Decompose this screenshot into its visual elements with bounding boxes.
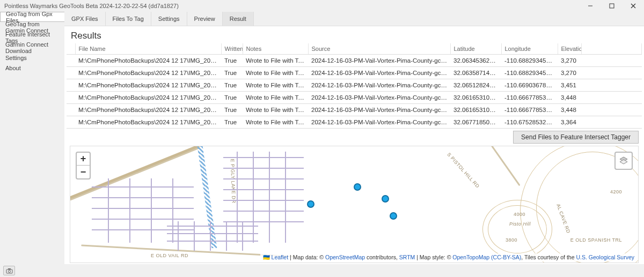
cell-source: 2024-12-16-03-PM-Vail-Vortex-Pima-County… (308, 55, 450, 67)
layers-icon (619, 156, 628, 166)
cell-written: True (221, 55, 243, 67)
svg-rect-8 (8, 268, 11, 269)
row-selector-header[interactable] (67, 43, 75, 55)
cell-longitude: -110.6752853281796 (501, 116, 558, 129)
cell-latitude: 32.065128246322274 (450, 79, 501, 92)
cell-source: 2024-12-16-03-PM-Vail-Vortex-Pima-County… (308, 92, 450, 104)
col-header-written[interactable]: Written (221, 43, 243, 55)
cell-source: 2024-12-16-03-PM-Vail-Vortex-Pima-County… (308, 116, 450, 129)
map-marker[interactable] (307, 200, 314, 208)
table-row[interactable]: M:\CmPhonePhotoBackups\2024 12 17\IMG_20… (67, 104, 642, 116)
screenshot-button[interactable] (3, 266, 15, 275)
srtm-link[interactable]: SRTM (399, 254, 415, 260)
results-heading: Results (64, 26, 644, 43)
title-bar: Pointless Waymarks GeoTools Beta 2024-12… (0, 0, 644, 12)
tab-gpx-files[interactable]: GPX Files (64, 12, 106, 26)
col-header-notes[interactable]: Notes (243, 43, 308, 55)
cell-latitude: 32.063587149605155 (450, 67, 501, 79)
zoom-out-button[interactable]: − (77, 166, 90, 178)
cell-notes: Wrote to File with TagSharp (243, 116, 308, 129)
table-row[interactable]: M:\CmPhonePhotoBackups\2024 12 17\IMG_20… (67, 92, 642, 104)
usgs-link[interactable]: U.S. Geological Survey (576, 254, 634, 260)
cell-written: True (221, 92, 243, 104)
cell-latitude: 32.061653109267354 (450, 104, 501, 116)
camera-icon (6, 268, 13, 274)
svg-point-7 (8, 270, 10, 272)
cell-filename: M:\CmPhonePhotoBackups\2024 12 17\IMG_20… (75, 79, 221, 92)
sidebar-item-about[interactable]: About (0, 63, 64, 73)
map-background: Pisto Hill 4000 3800 4200 AL CAVE RD E O… (70, 146, 638, 263)
zoom-in-button[interactable]: + (77, 153, 90, 166)
map-label-elev-4000: 4000 (514, 212, 525, 217)
col-header-latitude[interactable]: Latitude (450, 43, 501, 55)
leaflet-link[interactable]: Leaflet (272, 254, 289, 260)
cell-elevation: 3,270 (558, 55, 581, 67)
cell-written: True (221, 67, 243, 79)
row-selector[interactable] (67, 67, 75, 79)
cell-longitude: -110.6667785346508 (501, 92, 558, 104)
row-selector[interactable] (67, 104, 75, 116)
map-label-old-vail: E OLD VAIL RD (151, 253, 188, 258)
col-header-elevation[interactable]: Elevation (558, 43, 581, 55)
cell-elevation: 3,364 (558, 116, 581, 129)
map-label-pistol-hill: S PISTOL HILL RD (446, 152, 480, 189)
cell-elevation: 3,451 (558, 79, 581, 92)
tab-files-to-tag[interactable]: Files To Tag (106, 12, 151, 26)
table-header-row: File Name Written Notes Source Latitude … (67, 43, 642, 55)
otm-link[interactable]: OpenTopoMap (452, 254, 489, 260)
map-attribution: 🇺🇦 Leaflet | Map data: © OpenStreetMap c… (260, 253, 637, 261)
cell-latitude: 32.067718505859375 (450, 116, 501, 129)
status-bar (0, 264, 644, 277)
cell-notes: Wrote to File with TagSharp (243, 79, 308, 92)
layers-button[interactable] (614, 152, 633, 170)
col-header-filename[interactable]: File Name (75, 43, 221, 55)
col-header-source[interactable]: Source (308, 43, 450, 55)
zoom-control: + − (76, 152, 91, 179)
cell-longitude: -110.6667785346508 (501, 104, 558, 116)
table-row[interactable]: M:\CmPhonePhotoBackups\2024 12 17\IMG_20… (67, 67, 642, 79)
map-marker[interactable] (390, 212, 397, 220)
row-selector[interactable] (67, 116, 75, 129)
row-selector[interactable] (67, 55, 75, 67)
map-marker[interactable] (354, 183, 361, 191)
cc-link[interactable]: (CC-BY-SA) (489, 254, 521, 260)
col-header-longitude[interactable]: Longitude (501, 43, 558, 55)
cell-source: 2024-12-16-03-PM-Vail-Vortex-Pima-County… (308, 67, 450, 79)
cell-filename: M:\CmPhonePhotoBackups\2024 12 17\IMG_20… (75, 67, 221, 79)
results-table: File Name Written Notes Source Latitude … (64, 43, 644, 129)
map-label-elev-4200: 4200 (610, 189, 622, 194)
cell-source: 2024-12-16-03-PM-Vail-Vortex-Pima-County… (308, 104, 450, 116)
cell-filename: M:\CmPhonePhotoBackups\2024 12 17\IMG_20… (75, 55, 221, 67)
cell-longitude: -110.6882934551686 (501, 67, 558, 79)
row-selector[interactable] (67, 92, 75, 104)
tab-settings[interactable]: Settings (151, 12, 187, 26)
map-marker[interactable] (382, 195, 389, 203)
osm-link[interactable]: OpenStreetMap (325, 254, 365, 260)
map-label-pisto-hill: Pisto Hill (509, 221, 531, 227)
cell-filename: M:\CmPhonePhotoBackups\2024 12 17\IMG_20… (75, 104, 221, 116)
tab-bar: GPX Files Files To Tag Settings Preview … (64, 12, 644, 26)
tab-result[interactable]: Result (223, 12, 254, 26)
maximize-button[interactable] (601, 0, 623, 12)
sidebar-item-garmin-download[interactable]: Garmin Connect Download (0, 42, 64, 53)
table-row[interactable]: M:\CmPhonePhotoBackups\2024 12 17\IMG_20… (67, 55, 642, 67)
send-to-intersect-tagger-button[interactable]: Send Files to Feature Intersect Tagger (513, 131, 639, 144)
cell-notes: Wrote to File with TagSharp (243, 67, 308, 79)
minimize-button[interactable] (580, 0, 601, 12)
table-row[interactable]: M:\CmPhonePhotoBackups\2024 12 17\IMG_20… (67, 116, 642, 129)
tab-preview[interactable]: Preview (187, 12, 223, 26)
table-row[interactable]: M:\CmPhonePhotoBackups\2024 12 17\IMG_20… (67, 79, 642, 92)
close-button[interactable] (623, 0, 644, 12)
cell-notes: Wrote to File with TagSharp (243, 104, 308, 116)
svg-marker-5 (620, 160, 627, 164)
cell-notes: Wrote to File with TagSharp (243, 55, 308, 67)
cell-latitude: 32.061653109267354 (450, 92, 501, 104)
map[interactable]: Pisto Hill 4000 3800 4200 AL CAVE RD E O… (70, 146, 639, 263)
row-selector[interactable] (67, 79, 75, 92)
sidebar-item-settings[interactable]: Settings (0, 53, 64, 63)
cell-written: True (221, 79, 243, 92)
cell-elevation: 3,448 (558, 104, 581, 116)
cell-filename: M:\CmPhonePhotoBackups\2024 12 17\IMG_20… (75, 116, 221, 129)
cell-longitude: -110.66903678700328 (501, 79, 558, 92)
window-title: Pointless Waymarks GeoTools Beta 2024-12… (4, 3, 179, 9)
